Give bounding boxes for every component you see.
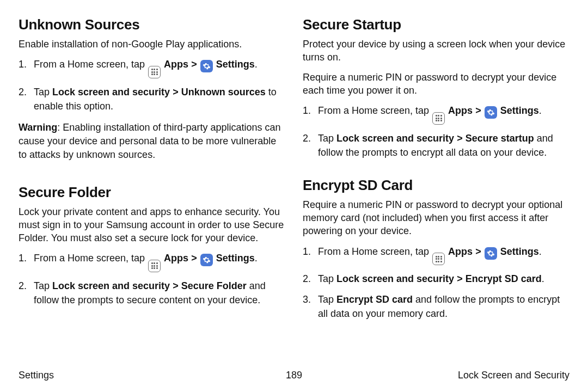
desc-secure-startup-1: Protect your device by using a screen lo… [303, 38, 569, 64]
gear-icon [485, 106, 497, 119]
heading-unknown-sources: Unknown Sources [19, 16, 285, 33]
warning-label: Warning [19, 122, 57, 133]
chevron-icon: > [475, 105, 481, 116]
settings-label: Settings [216, 59, 255, 70]
heading-secure-startup: Secure Startup [303, 16, 569, 33]
apps-label: Apps [164, 59, 188, 70]
two-column-layout: Unknown Sources Enable installation of n… [19, 16, 569, 360]
section-secure-folder: Secure Folder Lock your private content … [19, 184, 285, 315]
apps-label: Apps [448, 105, 473, 116]
desc-encrypt-sd: Require a numeric PIN or password to dec… [303, 198, 569, 238]
step-text: From a Home screen, tap [318, 246, 429, 257]
apps-icon [148, 66, 161, 78]
heading-secure-folder: Secure Folder [19, 184, 285, 201]
section-encrypt-sd: Encrypt SD Card Require a numeric PIN or… [303, 177, 569, 329]
tap-label: Tap [318, 294, 336, 305]
step-1: From a Home screen, tap Apps > Settings. [19, 57, 285, 78]
chevron-icon: > [191, 253, 197, 264]
section-unknown-sources: Unknown Sources Enable installation of n… [19, 16, 285, 174]
step-text: From a Home screen, tap [34, 59, 145, 70]
settings-label: Settings [500, 105, 539, 116]
step-1: From a Home screen, tap Apps > Settings. [19, 251, 285, 272]
step-1: From a Home screen, tap Apps > Settings. [303, 244, 569, 266]
page-footer: Settings 189 Lock Screen and Security [19, 370, 569, 381]
desc-unknown-sources: Enable installation of non-Google Play a… [19, 38, 285, 51]
step-text: From a Home screen, tap [34, 253, 145, 264]
bold-path: Lock screen and security > Secure Folder [52, 280, 247, 291]
step-2: Tap Lock screen and security > Encrypt S… [303, 272, 569, 286]
gear-icon [200, 254, 213, 266]
bold-path: Lock screen and security > Encrypt SD ca… [336, 273, 542, 284]
section-secure-startup: Secure Startup Protect your device by us… [303, 16, 569, 167]
step-text: From a Home screen, tap [318, 105, 429, 116]
left-column: Unknown Sources Enable installation of n… [19, 16, 285, 360]
step-2: Tap Lock screen and security > Secure st… [303, 131, 569, 160]
step-3: Tap Encrypt SD card and follow the promp… [303, 292, 569, 321]
apps-icon [432, 253, 445, 265]
warning-note: Warning: Enabling installation of third-… [19, 121, 285, 162]
warning-body: : Enabling installation of third-party a… [19, 122, 281, 160]
bold-path: Lock screen and security > Secure startu… [336, 133, 534, 144]
footer-page-number: 189 [19, 370, 569, 381]
chevron-icon: > [191, 59, 197, 70]
settings-label: Settings [500, 246, 539, 257]
tap-label: Tap [318, 133, 336, 144]
tap-label: Tap [34, 280, 52, 291]
bold-path: Encrypt SD card [336, 294, 413, 305]
steps-unknown-sources: From a Home screen, tap Apps > Settings.… [19, 57, 285, 113]
right-column: Secure Startup Protect your device by us… [303, 16, 569, 360]
steps-secure-folder: From a Home screen, tap Apps > Settings.… [19, 251, 285, 307]
desc-secure-startup-2: Require a numeric PIN or password to dec… [303, 71, 569, 97]
step-2: Tap Lock screen and security > Secure Fo… [19, 279, 285, 307]
tap-label: Tap [34, 87, 52, 97]
apps-icon [432, 112, 445, 125]
settings-label: Settings [216, 253, 255, 264]
step-1: From a Home screen, tap Apps > Settings. [303, 103, 569, 125]
desc-secure-folder: Lock your private content and apps to en… [19, 205, 285, 245]
tap-label: Tap [318, 273, 336, 284]
steps-secure-startup: From a Home screen, tap Apps > Settings.… [303, 103, 569, 160]
chevron-icon: > [475, 246, 481, 257]
gear-icon [200, 60, 213, 72]
step-2: Tap Lock screen and security > Unknown s… [19, 85, 285, 113]
gear-icon [485, 247, 497, 260]
heading-encrypt-sd: Encrypt SD Card [303, 177, 569, 194]
bold-path: Lock screen and security > Unknown sourc… [52, 87, 266, 97]
apps-label: Apps [164, 253, 188, 264]
apps-icon [148, 260, 161, 272]
steps-encrypt-sd: From a Home screen, tap Apps > Settings.… [303, 244, 569, 321]
apps-label: Apps [448, 246, 473, 257]
